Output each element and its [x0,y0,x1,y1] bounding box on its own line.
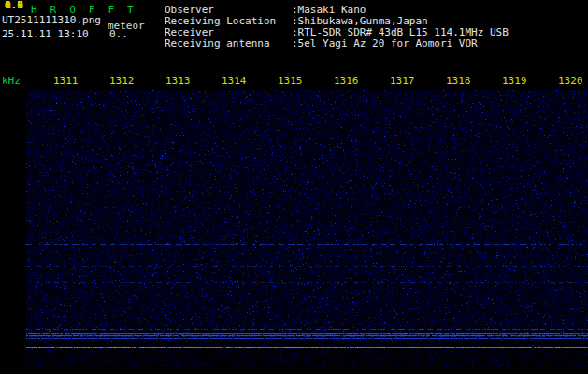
meta-value-observer: :Masaki Kano [292,5,366,15]
time-label-1317: 1317 [390,76,415,86]
time-label-1315: 1315 [278,76,303,86]
time-label-1314: 1314 [222,76,247,86]
meta-label-location: Receiving Location [165,16,276,26]
meta-label-receiver: Receiver [165,27,214,37]
meta-value-receiver: :RTL-SDR SDR# 43dB L15 114.1MHz USB [292,27,509,37]
datetime-label: 25.11.11 13:10 [2,29,89,39]
spectrogram-canvas [26,90,588,374]
freq-label-0_6: 0.6 [5,0,23,10]
time-label-1312: 1312 [109,76,135,86]
hrofft-screen: HROFFT UT2511111310.png meteor 25.11.11 … [0,0,588,374]
counter-label: 0.. [109,29,128,39]
meta-value-location: :Shibukawa,Gunma,Japan [292,16,428,26]
output-filename: UT2511111310.png [2,15,101,25]
meta-value-antenna: :5el Yagi Az 20 for Aomori VOR [292,38,478,49]
time-label-1313: 1313 [165,76,191,86]
y-axis-unit: kHz [2,76,21,86]
time-label-1316: 1316 [334,76,359,86]
meta-label-antenna: Receiving antenna [165,38,270,49]
meta-label-observer: Observer [165,5,214,15]
time-label-1318: 1318 [446,76,471,86]
time-label-1319: 1319 [502,76,527,86]
time-label-1320: 1320 [558,76,583,86]
time-label-1311: 1311 [53,76,79,86]
